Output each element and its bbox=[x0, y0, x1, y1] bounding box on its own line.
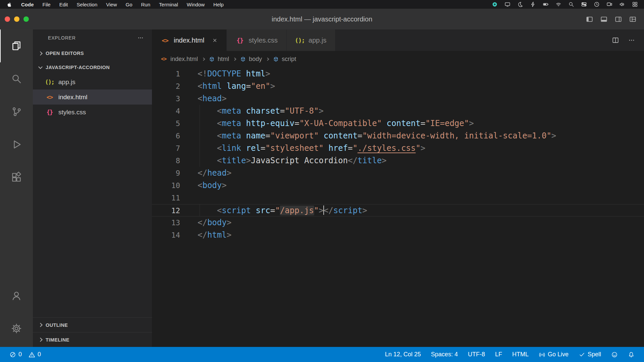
code-line-4[interactable]: 4 <meta charset="UTF-8"> bbox=[152, 105, 644, 117]
minimize-window-button[interactable] bbox=[14, 16, 19, 22]
breadcrumb-item[interactable]: html bbox=[209, 56, 229, 63]
code-line-9[interactable]: 9</head> bbox=[152, 167, 644, 179]
section-outline[interactable]: OUTLINE bbox=[33, 317, 152, 332]
status-language-mode[interactable]: HTML bbox=[512, 347, 529, 362]
code-line-3[interactable]: 3<head> bbox=[152, 93, 644, 105]
activitybar-accounts[interactable] bbox=[0, 279, 33, 312]
zoom-window-button[interactable] bbox=[23, 16, 29, 22]
html-file-icon: <> bbox=[161, 37, 169, 44]
code-editor[interactable]: 1<!DOCTYPE html>2<html lang="en">3<head>… bbox=[152, 67, 644, 347]
more-actions-icon[interactable] bbox=[137, 35, 144, 41]
activitybar-explorer[interactable] bbox=[0, 29, 33, 62]
menubar-item-view[interactable]: View bbox=[106, 2, 117, 7]
status-errors[interactable]: 0 bbox=[9, 347, 22, 362]
status-warnings[interactable]: 0 bbox=[29, 347, 41, 362]
close-window-button[interactable] bbox=[5, 16, 10, 22]
code-token: <! bbox=[198, 69, 207, 78]
menubar-items: CodeFileEditSelectionViewGoRunTerminalWi… bbox=[21, 2, 224, 7]
display-icon[interactable] bbox=[504, 1, 511, 7]
line-content: <body> bbox=[180, 179, 227, 192]
line-number: 12 bbox=[152, 204, 180, 216]
status-notifications[interactable] bbox=[628, 347, 635, 362]
activitybar-manage[interactable] bbox=[0, 312, 33, 345]
toggle-sidebar-icon[interactable] bbox=[586, 15, 593, 23]
section-open-editors[interactable]: OPEN EDITORS bbox=[33, 46, 152, 60]
code-token: charset bbox=[246, 106, 280, 116]
titlebar[interactable]: index.html — javascript-accordion bbox=[0, 9, 644, 29]
more-actions-icon[interactable] bbox=[628, 37, 635, 44]
menubar-item-run[interactable]: Run bbox=[141, 2, 151, 7]
menubar-item-window[interactable]: Window bbox=[187, 2, 205, 7]
menubar-item-terminal[interactable]: Terminal bbox=[159, 2, 178, 7]
status-go-live[interactable]: Go Live bbox=[539, 347, 569, 362]
activitybar-run-and-debug[interactable] bbox=[0, 128, 33, 161]
status-indentation[interactable]: Spaces: 4 bbox=[431, 347, 458, 362]
menubar-item-code[interactable]: Code bbox=[21, 2, 34, 7]
toggle-panel-icon[interactable] bbox=[600, 15, 608, 23]
activitybar-search[interactable] bbox=[0, 62, 33, 95]
macos-menubar: CodeFileEditSelectionViewGoRunTerminalWi… bbox=[0, 0, 644, 9]
menubar-item-go[interactable]: Go bbox=[126, 2, 132, 7]
code-token: rel bbox=[246, 143, 261, 153]
code-line-1[interactable]: 1<!DOCTYPE html> bbox=[152, 68, 644, 80]
code-line-7[interactable]: 7 <link rel="stylesheet" href="./styles.… bbox=[152, 142, 644, 155]
tab-index.html[interactable]: <>index.html bbox=[152, 29, 227, 51]
screen-mirroring-icon[interactable] bbox=[606, 1, 612, 7]
code-token: content bbox=[324, 131, 358, 140]
file-app.js[interactable]: ();app.js bbox=[33, 74, 152, 89]
battery-icon[interactable] bbox=[543, 1, 549, 7]
tab-styles.css[interactable]: {}styles.css bbox=[227, 29, 287, 51]
breadcrumb-item[interactable]: <>index.html bbox=[160, 56, 198, 63]
volume-icon[interactable] bbox=[619, 1, 625, 7]
line-content: <meta name="viewport" content="width=dev… bbox=[180, 130, 556, 142]
apple-menu-icon[interactable] bbox=[7, 2, 12, 7]
menubar-item-edit[interactable]: Edit bbox=[59, 2, 68, 7]
menubar-item-file[interactable]: File bbox=[43, 2, 51, 7]
screen-recording-icon[interactable] bbox=[492, 1, 498, 7]
code-line-8[interactable]: 8 <title>JavaScript Accordion</title> bbox=[152, 155, 644, 167]
control-center-icon[interactable] bbox=[581, 1, 587, 7]
toggle-secondary-sidebar-icon[interactable] bbox=[614, 15, 622, 23]
code-token: lang bbox=[227, 81, 246, 91]
code-line-6[interactable]: 6 <meta name="viewport" content="width=d… bbox=[152, 130, 644, 142]
close-tab-icon[interactable] bbox=[212, 38, 218, 43]
tabs: <>index.html{}styles.css();app.js bbox=[152, 29, 335, 51]
code-line-14[interactable]: 14</html> bbox=[152, 229, 644, 241]
activitybar-extensions[interactable] bbox=[0, 161, 33, 194]
status-feedback[interactable] bbox=[611, 347, 618, 362]
code-line-10[interactable]: 10<body> bbox=[152, 179, 644, 192]
do-not-disturb-icon[interactable] bbox=[517, 1, 523, 7]
menubar-item-help[interactable]: Help bbox=[213, 2, 224, 7]
status-encoding[interactable]: UTF-8 bbox=[468, 347, 485, 362]
customize-layout-icon[interactable] bbox=[629, 15, 637, 23]
breadcrumb-item[interactable]: script bbox=[273, 56, 296, 63]
code-line-12[interactable]: 12 <script src="/app.js"></script> bbox=[152, 204, 644, 217]
line-number: 6 bbox=[152, 130, 180, 142]
split-editor-icon[interactable] bbox=[612, 37, 619, 44]
code-token bbox=[198, 119, 217, 128]
launchpad-icon[interactable] bbox=[632, 1, 638, 7]
section-workspace[interactable]: JAVASCRIPT-ACCORDION bbox=[33, 60, 152, 74]
clock-icon[interactable] bbox=[594, 1, 600, 7]
status-cursor-position[interactable]: Ln 12, Col 25 bbox=[385, 347, 421, 362]
tab-app.js[interactable]: ();app.js bbox=[287, 29, 335, 51]
spotlight-icon[interactable] bbox=[568, 1, 574, 7]
code-line-2[interactable]: 2<html lang="en"> bbox=[152, 80, 644, 93]
code-line-5[interactable]: 5 <meta http-equiv="X-UA-Compatible" con… bbox=[152, 117, 644, 130]
code-line-13[interactable]: 13</body> bbox=[152, 217, 644, 229]
section-label: OPEN EDITORS bbox=[46, 51, 84, 56]
status-spell[interactable]: Spell bbox=[579, 347, 601, 362]
code-token bbox=[251, 206, 256, 215]
file-styles.css[interactable]: {}styles.css bbox=[33, 105, 152, 120]
menubar-item-selection[interactable]: Selection bbox=[77, 2, 98, 7]
bolt-icon[interactable] bbox=[530, 1, 536, 7]
section-timeline[interactable]: TIMELINE bbox=[33, 332, 152, 347]
code-token: > bbox=[382, 156, 386, 165]
activitybar-source-control[interactable] bbox=[0, 95, 33, 128]
breadcrumb-item[interactable]: body bbox=[240, 56, 262, 63]
code-line-11[interactable]: 11 bbox=[152, 192, 644, 204]
wifi-icon[interactable] bbox=[555, 1, 561, 7]
code-token: head bbox=[202, 94, 222, 103]
status-eol[interactable]: LF bbox=[495, 347, 502, 362]
file-index.html[interactable]: <>index.html bbox=[33, 89, 152, 105]
